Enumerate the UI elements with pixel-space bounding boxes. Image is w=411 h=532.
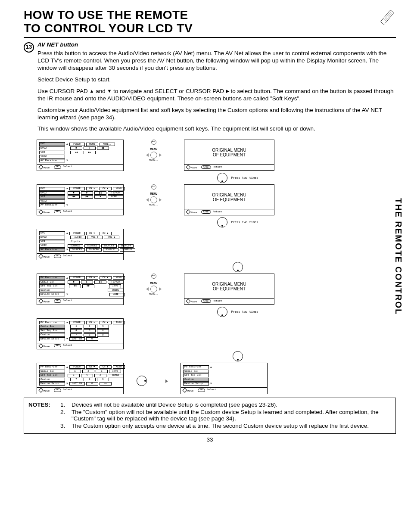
up-arrow-icon: ▲: [90, 88, 94, 93]
softkey-panel: PV Recorder▲Cable box Set Top Box Custom…: [181, 363, 268, 394]
softkey-panel: DVD▲POWERCH ▼CH ▲DVD2 AUDIOVOL ▼VOL ▲VCR…: [37, 229, 124, 260]
soft-key: SOURCE7: [103, 248, 118, 252]
soft-key: CH ▲: [100, 276, 112, 280]
diagram-row: PV Recorder▲POWERCH ▼CH ▲INFOCable Box 1…: [37, 318, 396, 350]
device-label: DVD: [39, 231, 65, 235]
device-label: Cable box: [39, 370, 65, 373]
soft-key: 5: [84, 329, 96, 333]
device-label: DVD2: [39, 146, 65, 150]
dpad-icon: [233, 351, 243, 361]
soft-key: 9: [97, 333, 109, 337]
soft-key: 7: [70, 333, 82, 337]
device-label: PV Recorder: [39, 321, 65, 325]
diagram-row: DVD▲POWERCH ▼CH ▲DVD2 AUDIOVOL ▼VOL ▲VCR…: [37, 229, 396, 260]
soft-key: 1: [69, 370, 81, 373]
device-label: AV Receiver: [39, 248, 65, 252]
soft-key: POWER: [69, 321, 85, 324]
scroll-down-icon: ▼: [66, 383, 68, 385]
menu-indicator: AUXMENUMORE..: [137, 184, 171, 206]
device-label: DVD: [39, 187, 65, 191]
soft-key: ▶: [81, 191, 93, 195]
soft-key: POWER: [69, 187, 85, 190]
soft-key: VOL ▲: [104, 236, 119, 239]
dpad-icon: [217, 217, 227, 227]
soft-key: INFO: [113, 321, 125, 324]
device-label: VCR2: [39, 244, 65, 248]
note-number: 3.: [60, 423, 68, 429]
soft-key: ▶: [84, 146, 96, 150]
inputs-label: Inputs:: [70, 240, 95, 243]
soft-key: INFO: [109, 370, 121, 373]
right-arrow-icon: ▶: [226, 88, 229, 93]
soft-key: LAST CH: [69, 382, 85, 386]
soft-key: MORE..: [100, 143, 115, 146]
note-number: 2.: [60, 409, 68, 422]
scroll-down-icon: ▼: [66, 249, 68, 251]
paragraph-5: This window shows the available Audio/Vi…: [37, 125, 396, 133]
soft-key: ——: [100, 382, 112, 386]
soft-key: POWER: [69, 276, 85, 280]
soft-key: ●: [94, 195, 106, 199]
panel-footer: MoveSEL Select: [37, 164, 123, 171]
device-label: Custom: [183, 378, 209, 382]
soft-key: ▶▶: [81, 195, 93, 199]
scroll-down-icon: ▼: [66, 205, 68, 206]
original-menu-panel: ORIGINAL MENUOF EQUIPMENTMoveAVNET Retur…: [184, 184, 274, 215]
soft-key: TV/VCR: [108, 280, 123, 284]
softkey-panel: PV Recorder▲POWERCH ▼CH ▲MENUCable Box ■…: [37, 274, 124, 305]
device-label: VCR2: [39, 199, 65, 203]
scroll-up-icon: ▲: [66, 277, 68, 279]
soft-key: 6: [97, 329, 109, 333]
press-instruction: Press two times: [80, 217, 396, 227]
scroll-up-icon: ▲: [66, 322, 68, 324]
device-label: Custom: [39, 333, 65, 337]
scroll-down-icon: ▼: [210, 383, 212, 385]
panel-footer: MoveSEL Select: [37, 298, 123, 305]
soft-key: ▶▶: [84, 151, 96, 154]
soft-key: CH ▲: [100, 187, 112, 190]
soft-key: ◀◀: [70, 151, 82, 154]
soft-key: CH ▲: [100, 232, 112, 235]
note-text: The Custom option only accepts one devic…: [72, 423, 369, 429]
softkey-panel: PV Recorder▲POWERCH ▼CH ▲MENUCable box 1…: [37, 363, 124, 394]
dpad-icon: [233, 262, 243, 272]
soft-key: 4: [68, 374, 80, 377]
soft-key: CH ▼: [86, 276, 98, 280]
device-label: AV Receiver: [39, 203, 65, 207]
device-label: Set Top Box: [39, 284, 65, 288]
device-label: Cable Box: [39, 280, 65, 284]
panel-footer: MoveSEL Select: [181, 387, 267, 394]
device-label: DVD2: [39, 191, 65, 195]
soft-key: CH ▼: [86, 365, 98, 369]
device-label: VCR: [39, 195, 65, 199]
soft-key: GUIDE: [108, 289, 123, 292]
title-line-1: HOW TO USE THE REMOTE: [24, 8, 188, 22]
paragraph-3: Use CURSOR PAD ▲ and ▼ to navigate and S…: [37, 88, 396, 103]
softkey-panel: DVD▲POWERCH ▼CH ▲MENUDVD2 ■▶❚❚TV/VCRVCR …: [37, 184, 124, 216]
title-line-2: TO CONTROL YOUR LCD TV: [24, 22, 193, 35]
down-arrow-icon: ▼: [107, 88, 112, 93]
soft-key: GUIDE: [108, 374, 123, 377]
diagram-row: DVD▲POWERMENUMORE..DVD2 ■▶❚❚VCR ◀◀▶▶VCR2…: [37, 140, 396, 171]
soft-key: CH ▲: [100, 365, 112, 369]
scroll-down-icon: ▼: [66, 160, 68, 162]
menu-indicator: AUXMENUMORE..: [137, 140, 171, 162]
soft-key: POWER: [69, 143, 85, 146]
dpad-icon: [137, 376, 147, 386]
diagram-row: DVD▲POWERCH ▼CH ▲MENUDVD2 ■▶❚❚TV/VCRVCR …: [37, 184, 396, 216]
page-number: 33: [24, 436, 396, 443]
scroll-up-icon: ▲: [66, 367, 68, 368]
soft-key: SOURCE3: [101, 244, 117, 248]
note-text: Devices will not be available until Devi…: [72, 401, 277, 408]
scroll-up-icon: ▲: [66, 188, 68, 190]
note-text: The "Custom" option will not be availabl…: [72, 409, 391, 422]
soft-key: ❚❚: [94, 191, 106, 195]
soft-key: 8: [84, 333, 96, 337]
paragraph-2: Select Device Setup to start.: [37, 76, 396, 84]
notes-box: NOTES: 1. Devices will not be available …: [24, 398, 396, 434]
dpad-icon: [217, 307, 227, 317]
press-instruction: [80, 351, 396, 361]
soft-key: MENU: [113, 187, 125, 190]
device-label: Set Top Box: [39, 373, 65, 377]
soft-key: POWER: [69, 365, 85, 369]
